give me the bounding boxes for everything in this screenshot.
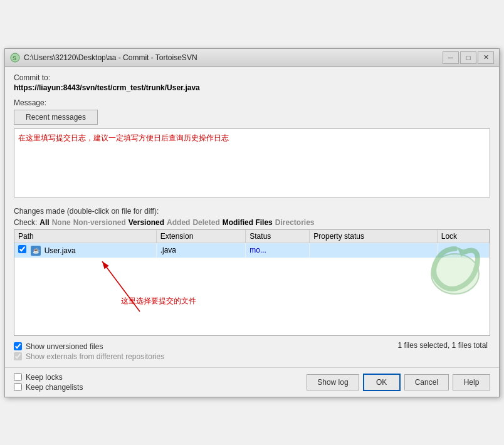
annotation-text: 这里选择要提交的文件	[121, 296, 196, 306]
recent-messages-button[interactable]: Recent messages	[14, 110, 98, 125]
close-button[interactable]: ✕	[478, 51, 494, 64]
changes-label: Changes made (double-click on file for d…	[14, 207, 490, 216]
title-bar-text: C:\Users\32120\Desktop\aa - Commit - Tor…	[24, 53, 443, 62]
col-extension: Extension	[156, 230, 246, 243]
maximize-button[interactable]: □	[460, 51, 476, 64]
main-window: S C:\Users\32120\Desktop\aa - Commit - T…	[4, 48, 500, 397]
check-nonversioned-link[interactable]: Non-versioned	[73, 218, 126, 227]
footer: Keep locks Keep changelists Show log OK …	[5, 367, 499, 397]
files-table: Path Extension Status Property status Lo…	[14, 230, 490, 258]
svg-text:S: S	[13, 55, 16, 61]
keep-locks-row: Keep locks	[14, 373, 303, 382]
file-status-cell: mo...	[246, 243, 310, 258]
keep-locks-label: Keep locks	[26, 373, 63, 382]
check-deleted-link[interactable]: Deleted	[192, 218, 219, 227]
file-name: User.java	[45, 246, 76, 255]
keep-changelists-label: Keep changelists	[26, 383, 83, 392]
title-bar-controls: ─ □ ✕	[443, 51, 494, 64]
check-none-link[interactable]: None	[52, 218, 71, 227]
table-row[interactable]: ☕ User.java .java mo...	[14, 243, 490, 258]
ok-button[interactable]: OK	[363, 374, 401, 391]
check-directories-link[interactable]: Directories	[275, 218, 315, 227]
check-added-link[interactable]: Added	[167, 218, 190, 227]
svg-point-4	[431, 254, 479, 294]
title-bar: S C:\Users\32120\Desktop\aa - Commit - T…	[5, 49, 499, 67]
message-textarea[interactable]: 在这里填写提交日志，建议一定填写方便日后查询历史操作日志	[14, 128, 490, 197]
app-icon: S	[10, 53, 20, 63]
show-externals-label: Show externals from different repositori…	[26, 352, 164, 361]
file-extension-cell: .java	[156, 243, 246, 258]
file-path-cell: ☕ User.java	[14, 243, 156, 258]
show-unversioned-label: Show unversioned files	[26, 342, 103, 351]
show-unversioned-checkbox[interactable]	[14, 342, 22, 350]
cancel-button[interactable]: Cancel	[404, 374, 449, 390]
status-bar: 1 files selected, 1 files total	[398, 341, 490, 350]
footer-buttons: Show log OK Cancel Help	[307, 374, 490, 391]
show-unversioned-row: Show unversioned files	[14, 342, 164, 351]
col-property-status: Property status	[310, 230, 437, 243]
check-bar: Check: All None Non-versioned Versioned …	[14, 218, 490, 227]
show-externals-row: Show externals from different repositori…	[14, 352, 164, 361]
keep-changelists-row: Keep changelists	[14, 383, 303, 392]
footer-checkboxes: Keep locks Keep changelists	[14, 373, 303, 392]
check-all-link[interactable]: All	[39, 218, 49, 227]
commit-to-label: Commit to:	[14, 73, 490, 82]
file-checkbox[interactable]	[18, 245, 26, 253]
check-modified-link[interactable]: Modified Files	[223, 218, 273, 227]
dialog-content: Commit to: https://liayun:8443/svn/test/…	[5, 67, 499, 367]
col-path: Path	[14, 230, 156, 243]
show-log-button[interactable]: Show log	[307, 374, 359, 390]
show-externals-checkbox[interactable]	[14, 352, 22, 360]
svg-line-3	[102, 261, 140, 312]
check-versioned-link[interactable]: Versioned	[129, 218, 164, 227]
files-table-container: Path Extension Status Property status Lo…	[14, 229, 490, 336]
bottom-checkboxes: Show unversioned files Show externals fr…	[14, 342, 164, 361]
changes-section: Changes made (double-click on file for d…	[14, 207, 490, 361]
minimize-button[interactable]: ─	[443, 51, 459, 64]
col-status: Status	[246, 230, 310, 243]
col-lock: Lock	[437, 230, 489, 243]
check-label: Check:	[14, 218, 37, 227]
file-lock-cell	[437, 243, 489, 258]
keep-changelists-checkbox[interactable]	[14, 383, 22, 391]
help-button[interactable]: Help	[453, 374, 490, 390]
file-icon: ☕	[31, 246, 41, 256]
keep-locks-checkbox[interactable]	[14, 373, 22, 381]
commit-url: https://liayun:8443/svn/test/crm_test/tr…	[14, 83, 490, 92]
file-property-cell	[310, 243, 437, 258]
message-label: Message:	[14, 98, 490, 107]
bottom-section: Show unversioned files Show externals fr…	[14, 338, 490, 361]
